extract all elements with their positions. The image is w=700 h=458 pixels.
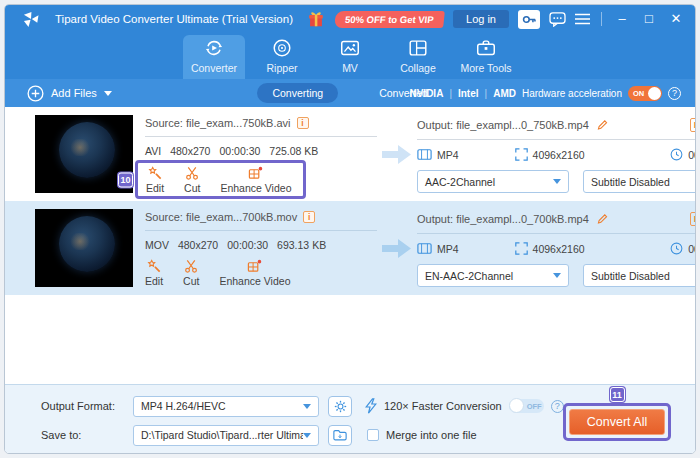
tab-collage[interactable]: Collage (387, 35, 449, 79)
format-settings-button[interactable] (328, 396, 352, 417)
earth-preview (59, 216, 115, 272)
merge-label: Merge into one file (386, 429, 477, 441)
resolution-icon (515, 148, 528, 161)
toggle-knob (648, 87, 661, 100)
edit-button[interactable]: Edit (145, 259, 163, 287)
annotation-badge-11: 11 (610, 387, 625, 402)
app-title: Tipard Video Converter Ultimate (Trial V… (55, 13, 293, 25)
source-format: MOV (145, 239, 169, 251)
add-plus-icon (27, 85, 44, 102)
output-format-label: Output Format: (41, 400, 133, 412)
tab-converting[interactable]: Converting (257, 83, 338, 103)
gpu-intel-label: Intel (458, 88, 479, 99)
divider (145, 136, 377, 137)
open-folder-button[interactable] (328, 425, 352, 446)
info-icon[interactable]: i (297, 117, 309, 129)
convert-all-button[interactable]: Convert All (569, 409, 665, 435)
film-icon (417, 243, 432, 254)
subtitle-select[interactable]: Subtitle Disabled (583, 170, 695, 193)
save-to-label: Save to: (41, 429, 133, 441)
video-thumbnail[interactable] (35, 209, 133, 287)
film-icon (417, 149, 432, 160)
rename-pencil-icon[interactable] (596, 212, 609, 225)
output-resolution: 4096x2160 (533, 243, 585, 255)
tab-ripper[interactable]: Ripper (251, 35, 313, 79)
window-frame: Tipard Video Converter Ultimate (Trial V… (0, 0, 700, 458)
minimize-button[interactable]: – (613, 10, 631, 28)
id3-tag-button[interactable]: ID3 (690, 212, 695, 226)
file-list: Source: file_exam...750kB.avi i AVI 480x… (5, 107, 695, 384)
edit-label: Edit (146, 182, 164, 194)
add-files-label: Add Files (51, 87, 97, 99)
footer-bar: Output Format: MP4 H.264/HEVC 120× Faste… (5, 384, 695, 453)
source-duration: 00:00:30 (227, 239, 268, 251)
titlebar-separator (601, 12, 602, 26)
scissors-icon (184, 259, 199, 274)
hw-help-icon[interactable]: ? (668, 87, 681, 100)
gear-icon (334, 400, 347, 413)
source-size: 725.08 KB (269, 145, 318, 157)
tipard-logo-icon (21, 9, 41, 29)
cut-button[interactable]: Cut (183, 259, 199, 287)
info-icon[interactable]: i (303, 211, 315, 223)
chevron-down-icon (553, 179, 561, 184)
tab-more-tools[interactable]: More Tools (455, 35, 517, 79)
divider (417, 139, 695, 140)
source-resolution: 480x270 (178, 239, 218, 251)
add-files-button[interactable]: Add Files (27, 85, 112, 102)
earth-preview (59, 122, 115, 178)
id3-tag-button[interactable]: ID3 (690, 118, 695, 132)
chevron-down-icon (553, 273, 561, 278)
tab-mv[interactable]: MV (319, 35, 381, 79)
output-resolution: 4096x2160 (533, 149, 585, 161)
cut-button[interactable]: Cut (184, 166, 200, 194)
gpu-amd-label: AMD (493, 88, 516, 99)
tab-label: Collage (400, 62, 436, 74)
enhance-video-button[interactable]: Enhance Video (219, 259, 290, 287)
gpu-nvidia-label: NVIDIA (409, 88, 443, 99)
source-size: 693.13 KB (277, 239, 326, 251)
toggle-on-label: ON (633, 89, 644, 98)
folder-icon (333, 429, 347, 441)
audio-track-select[interactable]: AAC-2Channel (417, 170, 569, 193)
divider (145, 230, 377, 231)
rename-pencil-icon[interactable] (596, 118, 609, 131)
edit-button[interactable]: Edit (146, 166, 164, 194)
chevron-down-icon (303, 404, 311, 409)
magic-wand-icon (147, 259, 162, 274)
output-format-select[interactable]: MP4 H.264/HEVC (133, 396, 319, 417)
merge-checkbox[interactable] (367, 429, 379, 441)
enhance-video-button[interactable]: Enhance Video (220, 166, 291, 194)
file-row-1: Source: file_exam...750kB.avi i AVI 480x… (5, 107, 695, 201)
maximize-button[interactable]: □ (640, 10, 658, 28)
login-button[interactable]: Log in (453, 10, 509, 28)
close-button[interactable]: ✕ (667, 10, 685, 28)
toggle-off-label: OFF (527, 402, 542, 411)
faster-conversion-label: 120× Faster Conversion (384, 400, 502, 412)
faster-conversion-toggle[interactable]: OFF (509, 399, 544, 413)
toolbox-icon (475, 37, 497, 59)
menu-button[interactable] (575, 13, 590, 25)
mv-screen-icon (339, 37, 361, 59)
feedback-button[interactable] (549, 12, 566, 27)
hw-accel-toggle[interactable]: ON (628, 86, 662, 101)
tab-label: Ripper (267, 62, 298, 74)
faster-help-icon[interactable]: ? (551, 400, 564, 413)
divider (417, 233, 695, 234)
promo-badge[interactable]: 50% OFF to Get VIP (334, 11, 444, 28)
audio-track-select[interactable]: EN-AAC-2Channel (417, 264, 569, 287)
tab-label: More Tools (460, 62, 511, 74)
gift-icon[interactable] (306, 9, 326, 29)
tab-label: Converter (191, 62, 237, 74)
subtitle-select[interactable]: Subtitle Disabled (583, 264, 695, 287)
clock-icon (670, 148, 683, 161)
file-row-2: Source: file_exam...700kB.mov i MOV 480x… (5, 201, 695, 295)
scissors-icon (185, 166, 200, 181)
register-key-button[interactable] (518, 10, 540, 29)
edit-label: Edit (145, 275, 163, 287)
main-nav: Converter Ripper MV Collage (5, 33, 695, 79)
chat-bubble-icon (549, 12, 566, 27)
save-to-select[interactable]: D:\Tipard Studio\Tipard...rter Ultimate\… (133, 425, 319, 446)
tab-converter[interactable]: Converter (183, 35, 245, 79)
resolution-icon (515, 242, 528, 255)
